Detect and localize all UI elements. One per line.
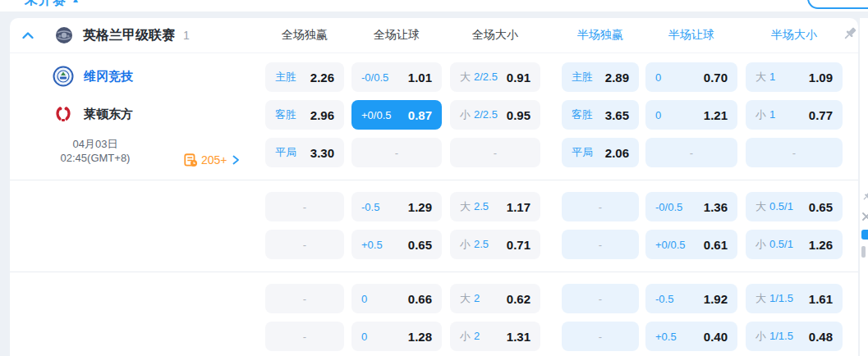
- odds-cell[interactable]: +0/0.50.87: [351, 100, 442, 130]
- odds-line-label: 2: [474, 292, 480, 304]
- odds-cell[interactable]: +0.50.40: [645, 322, 737, 351]
- odds-cell-empty: -: [450, 138, 540, 167]
- over-under-direction-label: 大: [460, 291, 471, 306]
- column-header-half-1x2: 半场独赢: [562, 28, 639, 43]
- away-team-name: 莱顿东方: [84, 107, 133, 122]
- odds-value: 0.71: [507, 238, 530, 252]
- odds-cell[interactable]: 小21.31: [450, 322, 540, 351]
- match-datetime: 04月03日 02:45(GMT+8): [25, 137, 166, 165]
- empty-odds-dash: -: [303, 201, 306, 213]
- odds-cell[interactable]: 大1/1.51.61: [746, 284, 843, 313]
- odds-label: 小2/2.5: [460, 107, 498, 122]
- odds-value: 0.65: [809, 200, 833, 214]
- odds-cell[interactable]: 小1/1.50.48: [746, 322, 843, 351]
- odds-cell[interactable]: 大0.5/10.65: [746, 192, 843, 221]
- empty-odds-dash: -: [599, 331, 602, 343]
- more-markets-link[interactable]: 205+: [184, 153, 241, 167]
- odds-label: +0.5: [361, 239, 383, 251]
- odds-line-label: +0/0.5: [655, 239, 686, 251]
- odds-line-label: -0.5: [655, 293, 673, 305]
- empty-odds-dash: -: [303, 331, 306, 343]
- league-globe-icon: [55, 26, 73, 44]
- odds-value: 1.61: [809, 292, 833, 306]
- odds-value: 2.06: [605, 146, 629, 160]
- odds-cell[interactable]: +0/0.50.61: [645, 230, 737, 259]
- odds-label: 大0.5/1: [755, 199, 793, 214]
- odds-cell[interactable]: -0/0.51.36: [645, 192, 737, 221]
- odds-line-label: 0.5/1: [769, 238, 793, 250]
- odds-label: 0: [361, 331, 367, 343]
- odds-value: 2.26: [310, 71, 334, 84]
- odds-cell[interactable]: 主胜2.26: [265, 62, 344, 92]
- odds-line-label: 0: [361, 331, 367, 343]
- empty-odds-dash: -: [494, 147, 497, 159]
- odds-cell[interactable]: 大2.51.17: [450, 192, 540, 221]
- odds-cell[interactable]: 平局3.30: [265, 138, 344, 167]
- over-under-direction-label: 大: [460, 70, 471, 84]
- odds-cell[interactable]: +0.50.65: [351, 230, 442, 259]
- odds-value: 1.31: [507, 330, 530, 344]
- odds-cell[interactable]: 小0.5/11.26: [746, 230, 843, 259]
- odds-cell[interactable]: 主胜2.89: [562, 62, 639, 92]
- odds-cell-empty: -: [265, 284, 344, 313]
- odds-cell[interactable]: 00.66: [351, 284, 442, 313]
- odds-cell[interactable]: 00.70: [645, 62, 737, 92]
- odds-cell[interactable]: 大2/2.50.91: [450, 62, 540, 92]
- league-name[interactable]: 英格兰甲级联赛: [83, 27, 175, 44]
- away-team-row[interactable]: 莱顿东方: [53, 99, 133, 129]
- odds-label: 小1/1.5: [755, 329, 793, 344]
- odds-cell-empty: -: [351, 138, 442, 167]
- odds-label: 大2/2.5: [460, 70, 498, 84]
- home-team-row[interactable]: 维冈竞技: [53, 62, 133, 91]
- odds-label: 小0.5/1: [755, 237, 793, 252]
- over-under-direction-label: 小: [460, 237, 471, 252]
- odds-value: 0.62: [507, 292, 530, 306]
- column-header-half-overunder: 半场大小: [746, 28, 843, 43]
- chevron-right-icon: [231, 154, 241, 166]
- league-header: 英格兰甲级联赛 1 全场独赢 全场让球 全场大小 半场独赢 半场让球 半场大小: [10, 18, 858, 53]
- odds-value: 1.21: [704, 108, 728, 122]
- over-under-direction-label: 大: [755, 70, 766, 84]
- odds-cell[interactable]: 01.21: [645, 100, 737, 130]
- odds-line-label: 0.5/1: [769, 200, 793, 212]
- odds-value: 1.29: [408, 200, 432, 214]
- odds-label: 0: [655, 109, 661, 121]
- odds-value: 1.26: [809, 238, 833, 252]
- over-under-direction-label: 小: [755, 329, 766, 344]
- odds-value: 3.30: [310, 146, 334, 160]
- odds-cell[interactable]: 平局2.06: [562, 138, 639, 167]
- odds-label: -0/0.5: [655, 201, 682, 213]
- odds-cell[interactable]: -0.51.92: [645, 284, 737, 313]
- odds-label: 平局: [275, 145, 296, 160]
- odds-value: 1.17: [507, 200, 530, 214]
- odds-label: 大2: [460, 291, 480, 306]
- odds-cell[interactable]: 小2.50.71: [450, 230, 540, 259]
- odds-cell[interactable]: 客胜3.65: [562, 100, 639, 130]
- odds-line-label: 2.5: [474, 238, 489, 250]
- odds-cell[interactable]: 01.28: [351, 322, 442, 351]
- odds-cell[interactable]: -0.51.29: [351, 192, 442, 221]
- tab-not-started[interactable]: 未开赛 ▲: [25, 0, 80, 9]
- odds-cell-empty: -: [265, 230, 344, 259]
- pin-icon[interactable]: [842, 25, 858, 42]
- blue-badge-icon[interactable]: [861, 230, 868, 240]
- close-icon[interactable]: [861, 212, 868, 221]
- odds-cell[interactable]: 大20.62: [450, 284, 540, 313]
- odds-cell[interactable]: 大11.09: [746, 62, 843, 92]
- match-date: 04月03日: [25, 137, 166, 151]
- odds-cell-empty: -: [265, 192, 344, 221]
- home-team-name: 维冈竞技: [84, 69, 133, 84]
- odds-cell[interactable]: -0/0.51.01: [351, 62, 442, 92]
- odds-cell[interactable]: 小2/2.50.95: [450, 100, 540, 130]
- pin-icon[interactable]: [861, 190, 868, 202]
- chevron-up-icon[interactable]: [21, 28, 35, 43]
- odds-line-label: 0: [655, 71, 661, 84]
- top-right-pill-button[interactable]: [807, 0, 868, 9]
- odds-cell[interactable]: 小10.77: [746, 100, 843, 130]
- odds-line-label: +0/0.5: [361, 109, 392, 121]
- odds-label: 大2.5: [460, 199, 489, 214]
- odds-value: 1.28: [408, 330, 432, 344]
- odds-cell[interactable]: 客胜2.96: [265, 100, 344, 130]
- column-header-full-overunder: 全场大小: [450, 28, 540, 43]
- odds-line-label: -0/0.5: [655, 201, 682, 213]
